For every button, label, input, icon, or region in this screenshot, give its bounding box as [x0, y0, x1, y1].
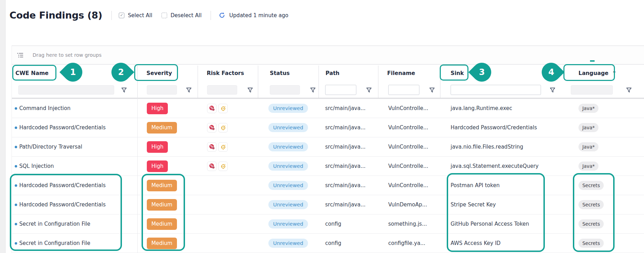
language-cell: Java*: [561, 99, 644, 118]
risk-target-icon[interactable]: [218, 104, 228, 113]
column-header-severity[interactable]: Severity: [137, 64, 198, 82]
filename-text: VulnControlle...: [388, 105, 428, 111]
row-bullet-icon: [15, 165, 17, 167]
deselect-all-button[interactable]: Deselect All: [162, 12, 202, 19]
severity-cell: High: [137, 99, 198, 118]
svg-text:!: !: [213, 128, 214, 130]
severity-badge: Medium: [147, 238, 177, 249]
status-filter-input[interactable]: [270, 85, 300, 95]
sink-filter-input[interactable]: [451, 85, 541, 95]
filter-funnel-icon[interactable]: [429, 87, 435, 93]
cwe-name-cell: Secret in Configuration File: [12, 214, 137, 233]
filter-funnel-icon[interactable]: [626, 87, 632, 93]
cwe-filter-input[interactable]: [18, 85, 114, 95]
path-text: src/main/java...: [325, 163, 365, 169]
column-label: CWE Name: [15, 70, 49, 76]
row-bullet-icon: [15, 107, 17, 110]
cwe-name-cell: SQL Injection: [12, 157, 137, 176]
finding-row[interactable]: Hardcoded Password/Credentials Medium Un…: [12, 195, 644, 214]
sink-text: Postman API token: [451, 182, 500, 189]
filter-funnel-icon[interactable]: [121, 87, 127, 93]
risk-target-icon[interactable]: [218, 123, 228, 132]
risk-factors-cell: % !: [198, 99, 258, 118]
status-cell: Unreviewed: [258, 137, 318, 156]
column-header-language[interactable]: Language ↑: [561, 64, 644, 82]
cwe-name-cell: Hardcoded Password/Credentials: [12, 118, 137, 137]
column-header-filename[interactable]: Filename: [378, 64, 440, 82]
path-filter-input[interactable]: [325, 85, 356, 95]
path-cell: src/main/java...: [318, 99, 378, 118]
column-header-path[interactable]: Path: [318, 64, 378, 82]
filter-funnel-icon[interactable]: [247, 87, 253, 93]
cwe-name-cell: Command Injection: [12, 99, 137, 118]
severity-badge: Medium: [147, 122, 177, 134]
refresh-icon[interactable]: [219, 12, 225, 19]
filename-cell: VulnControlle...: [378, 118, 440, 137]
filename-cell: configfile.ya...: [378, 234, 440, 253]
finding-row[interactable]: Secret in Configuration File Medium Unre…: [12, 234, 644, 253]
status-cell: Unreviewed: [258, 118, 318, 137]
path-cell: src/main/java...: [318, 118, 378, 137]
filter-funnel-icon[interactable]: [550, 87, 555, 93]
path-cell: src/main/java...: [318, 157, 378, 176]
finding-row[interactable]: Hardcoded Password/Credentials Medium % …: [12, 118, 644, 137]
finding-row[interactable]: Secret in Configuration File Medium Unre…: [12, 214, 644, 234]
sink-cell: java.lang.Runtime.exec: [440, 99, 561, 118]
sink-text: AWS Access Key ID: [451, 240, 501, 246]
filename-cell: VulnControlle...: [378, 157, 440, 176]
filter-funnel-icon[interactable]: [366, 87, 372, 93]
severity-badge: Medium: [147, 199, 177, 211]
svg-text:!: !: [213, 166, 214, 169]
language-cell: Java*: [561, 137, 644, 156]
risk-target-icon[interactable]: [218, 162, 228, 171]
status-cell: Unreviewed: [258, 99, 318, 118]
risk-badge-icon[interactable]: % !: [207, 123, 217, 132]
filter-funnel-icon[interactable]: [310, 87, 316, 93]
sort-ascending-icon: ↑: [612, 70, 617, 76]
status-badge: Unreviewed: [268, 104, 308, 113]
language-cell: Java*: [561, 118, 644, 137]
checkbox-dashed-icon: [162, 13, 167, 18]
path-text: src/main/java...: [325, 144, 365, 150]
severity-cell: High: [137, 137, 198, 156]
risk-badge-icon[interactable]: % !: [207, 142, 217, 152]
filter-funnel-icon[interactable]: [186, 87, 192, 93]
finding-row[interactable]: Hardcoded Password/Credentials Medium Un…: [12, 176, 644, 195]
filter-cell-language: [561, 82, 644, 98]
path-text: config: [325, 240, 341, 246]
filter-cell-sink: [440, 82, 561, 98]
filename-filter-input[interactable]: [388, 85, 419, 95]
finding-row[interactable]: Path/Directory Traversal High % !: [12, 137, 644, 157]
cwe-name-text: Secret in Configuration File: [19, 221, 90, 227]
sink-cell: java.nio.file.Files.readString: [440, 137, 561, 156]
filename-text: something.js...: [388, 221, 427, 227]
severity-filter-input[interactable]: [147, 85, 177, 95]
language-badge: Java*: [578, 162, 598, 171]
risk-target-icon[interactable]: [218, 142, 228, 152]
path-text: src/main/java...: [325, 124, 365, 131]
column-label: Status: [270, 70, 290, 76]
filter-cell-severity: [137, 82, 198, 98]
finding-row[interactable]: SQL Injection High % !: [12, 157, 644, 176]
language-badge: Java*: [578, 104, 598, 113]
risk-factors-filter-input[interactable]: [207, 85, 237, 95]
language-badge: Secrets: [578, 239, 604, 248]
annotation-dash: [590, 60, 595, 62]
sink-cell: AWS Access Key ID: [440, 234, 561, 253]
column-divider: [198, 66, 198, 98]
row-group-dropzone[interactable]: Drag here to set row groups: [12, 46, 644, 64]
svg-text:!: !: [213, 109, 214, 111]
risk-badge-icon[interactable]: % !: [207, 162, 217, 171]
column-header-risk-factors[interactable]: Risk Factors: [198, 64, 258, 82]
risk-factors-cell: [198, 214, 258, 233]
page-left-gutter: [0, 0, 6, 253]
severity-cell: Medium: [137, 195, 198, 214]
sink-cell: GitHub Personal Access Token: [440, 214, 561, 233]
select-all-button[interactable]: ✓ Select All: [119, 12, 152, 19]
language-filter-input[interactable]: [571, 85, 613, 95]
column-header-status[interactable]: Status: [258, 64, 318, 82]
cwe-name-text: Command Injection: [19, 105, 70, 111]
page-header: Code Findings (8) ✓ Select All Deselect …: [9, 10, 288, 21]
risk-badge-icon[interactable]: % !: [207, 104, 217, 113]
finding-row[interactable]: Command Injection High % !: [12, 99, 644, 118]
